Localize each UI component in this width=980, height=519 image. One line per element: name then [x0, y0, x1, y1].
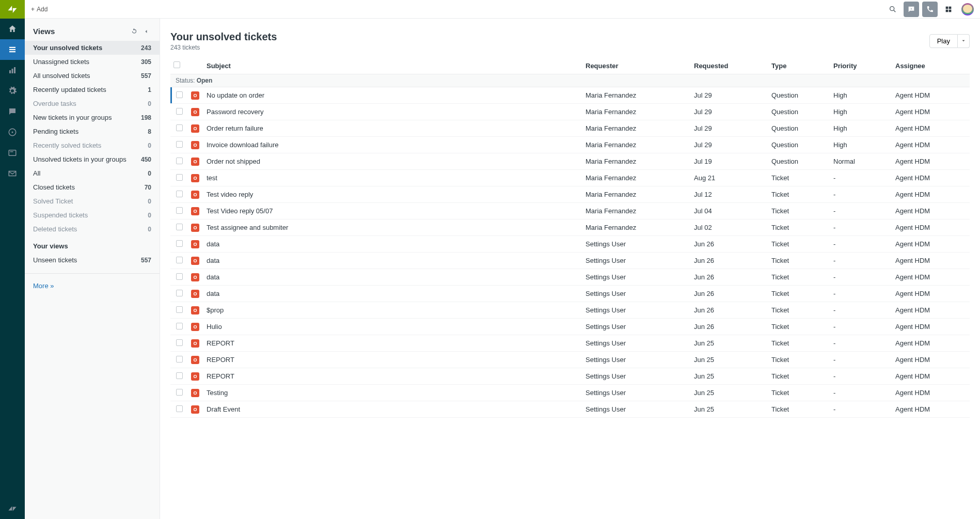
conversations-icon[interactable]: ✕	[904, 2, 919, 17]
status-badge-open: O	[191, 257, 199, 265]
ticket-row[interactable]: OdataSettings UserJun 26Ticket-Agent HDM	[170, 286, 970, 302]
col-requester[interactable]: Requester	[582, 57, 691, 74]
ticket-row[interactable]: OOrder not shippedMaria FernandezJul 19Q…	[170, 153, 970, 170]
row-checkbox[interactable]	[176, 207, 183, 214]
play-dropdown[interactable]	[958, 34, 970, 48]
add-button[interactable]: + Add	[31, 6, 48, 13]
row-checkbox[interactable]	[176, 124, 183, 131]
row-checkbox[interactable]	[176, 240, 183, 247]
cell-subject: Test assignee and submiter	[203, 219, 582, 236]
cell-requested: Jun 26	[691, 319, 768, 335]
cell-requester: Settings User	[582, 236, 691, 253]
row-checkbox[interactable]	[176, 174, 183, 181]
cell-subject: Password recovery	[203, 104, 582, 120]
rail-terminal[interactable]	[0, 143, 25, 163]
view-row-v13[interactable]: Deleted tickets0	[25, 222, 160, 236]
view-row-v7[interactable]: Recently solved tickets0	[25, 138, 160, 152]
cell-assignee: Agent HDM	[892, 335, 970, 352]
brand-logo[interactable]	[0, 0, 25, 19]
view-row-v2[interactable]: All unsolved tickets557	[25, 69, 160, 83]
row-checkbox[interactable]	[176, 224, 183, 230]
view-row-v9[interactable]: All0	[25, 166, 160, 180]
select-all-checkbox[interactable]	[173, 61, 180, 68]
avatar[interactable]	[961, 3, 974, 15]
view-row-v6[interactable]: Pending tickets8	[25, 124, 160, 138]
ticket-row[interactable]: OdataSettings UserJun 26Ticket-Agent HDM	[170, 269, 970, 286]
ticket-row[interactable]: OOrder return failureMaria FernandezJul …	[170, 120, 970, 137]
row-checkbox[interactable]	[176, 273, 183, 280]
row-checkbox[interactable]	[176, 372, 183, 379]
view-label: New tickets in your groups	[33, 114, 137, 121]
view-row-v5[interactable]: New tickets in your groups198	[25, 111, 160, 124]
row-checkbox[interactable]	[176, 323, 183, 329]
col-type[interactable]: Type	[768, 57, 830, 74]
status-group-row: Status: Open	[170, 74, 970, 87]
play-button[interactable]: Play	[929, 34, 958, 48]
row-checkbox[interactable]	[176, 158, 183, 164]
col-priority[interactable]: Priority	[830, 57, 892, 74]
ticket-row[interactable]: OInvoice download failureMaria Fernandez…	[170, 137, 970, 153]
svg-rect-16	[949, 9, 952, 12]
ticket-row[interactable]: ODraft EventSettings UserJun 25Ticket-Ag…	[170, 401, 970, 418]
phone-icon[interactable]	[922, 2, 938, 17]
ticket-row[interactable]: OdataSettings UserJun 26Ticket-Agent HDM	[170, 253, 970, 269]
cell-requester: Maria Fernandez	[582, 170, 691, 186]
row-checkbox[interactable]	[176, 290, 183, 296]
ticket-row[interactable]: OTest Video reply 05/07Maria FernandezJu…	[170, 203, 970, 219]
col-requested[interactable]: Requested	[691, 57, 768, 74]
apps-icon[interactable]	[941, 2, 956, 17]
row-checkbox[interactable]	[176, 257, 183, 263]
row-checkbox[interactable]	[176, 339, 183, 346]
rail-zendesk-icon[interactable]	[0, 498, 25, 519]
cell-priority: -	[830, 186, 892, 203]
row-checkbox[interactable]	[176, 306, 183, 313]
view-row-v0[interactable]: Your unsolved tickets243	[25, 41, 160, 55]
view-count: 243	[137, 44, 151, 52]
ticket-row[interactable]: ONo update on orderMaria FernandezJul 29…	[170, 87, 970, 104]
ticket-row[interactable]: OREPORTSettings UserJun 25Ticket-Agent H…	[170, 368, 970, 385]
row-checkbox[interactable]	[176, 356, 183, 363]
view-row-v3[interactable]: Recently updated tickets1	[25, 83, 160, 97]
view-row-v12[interactable]: Suspended tickets0	[25, 208, 160, 222]
ticket-row[interactable]: OREPORTSettings UserJun 25Ticket-Agent H…	[170, 335, 970, 352]
view-row-v8[interactable]: Unsolved tickets in your groups450	[25, 152, 160, 166]
view-row-v11[interactable]: Solved Ticket0	[25, 194, 160, 208]
ticket-row[interactable]: OTest assignee and submiterMaria Fernand…	[170, 219, 970, 236]
row-checkbox[interactable]	[176, 91, 183, 98]
row-checkbox[interactable]	[176, 108, 183, 115]
ticket-row[interactable]: OHulioSettings UserJun 26Ticket-Agent HD…	[170, 319, 970, 335]
ticket-row[interactable]: OdataSettings UserJun 26Ticket-Agent HDM	[170, 236, 970, 253]
cell-requested: Jul 29	[691, 87, 768, 104]
ticket-row[interactable]: OtestMaria FernandezAug 21Ticket-Agent H…	[170, 170, 970, 186]
rail-reporting[interactable]	[0, 60, 25, 81]
row-checkbox[interactable]	[176, 191, 183, 197]
view-row-v10[interactable]: Closed tickets70	[25, 180, 160, 194]
col-subject[interactable]: Subject	[203, 57, 582, 74]
rail-home[interactable]	[0, 19, 25, 39]
ticket-row[interactable]: OTestingSettings UserJun 25Ticket-Agent …	[170, 385, 970, 401]
view-row-yv0[interactable]: Unseen tickets557	[25, 253, 160, 267]
cell-subject: Order return failure	[203, 120, 582, 137]
view-row-v1[interactable]: Unassigned tickets305	[25, 55, 160, 69]
refresh-icon[interactable]	[131, 27, 139, 36]
rail-recent[interactable]	[0, 122, 25, 143]
ticket-row[interactable]: OPassword recoveryMaria FernandezJul 29Q…	[170, 104, 970, 120]
ticket-row[interactable]: O$propSettings UserJun 26Ticket-Agent HD…	[170, 302, 970, 319]
view-row-v4[interactable]: Overdue tasks0	[25, 97, 160, 111]
collapse-icon[interactable]	[143, 27, 151, 36]
row-checkbox[interactable]	[176, 405, 183, 412]
rail-views[interactable]	[0, 39, 25, 60]
rail-admin[interactable]	[0, 81, 25, 101]
status-group-value: Open	[197, 77, 213, 84]
col-assignee[interactable]: Assignee	[892, 57, 970, 74]
rail-chat[interactable]	[0, 101, 25, 122]
cell-assignee: Agent HDM	[892, 170, 970, 186]
col-select[interactable]	[170, 57, 188, 74]
rail-mail[interactable]	[0, 163, 25, 184]
row-checkbox[interactable]	[176, 141, 183, 148]
search-icon[interactable]	[885, 2, 900, 17]
ticket-row[interactable]: OTest video replyMaria FernandezJul 12Ti…	[170, 186, 970, 203]
more-link[interactable]: More »	[25, 276, 160, 296]
row-checkbox[interactable]	[176, 389, 183, 396]
ticket-row[interactable]: OREPORTSettings UserJun 25Ticket-Agent H…	[170, 352, 970, 368]
